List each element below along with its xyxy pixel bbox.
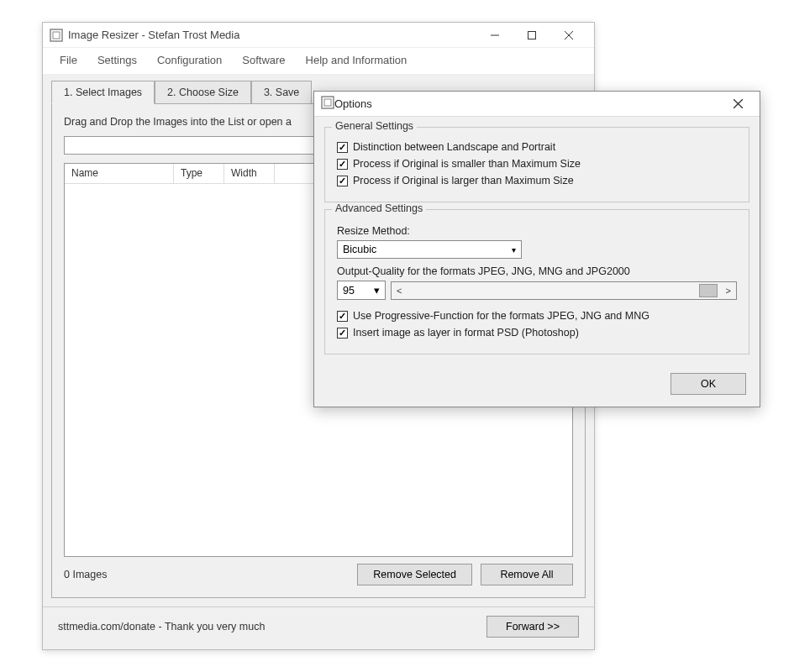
- menu-file[interactable]: File: [51, 51, 86, 69]
- options-title: Options: [334, 97, 723, 110]
- svg-rect-3: [528, 31, 536, 39]
- ok-button[interactable]: OK: [670, 373, 746, 395]
- close-button[interactable]: [550, 23, 587, 48]
- progressive-row[interactable]: Use Progressive-Function for the formats…: [337, 310, 737, 322]
- progressive-label: Use Progressive-Function for the formats…: [353, 310, 649, 322]
- general-settings-group: General Settings Distinction between Lan…: [324, 127, 749, 202]
- minimize-button[interactable]: [476, 23, 513, 48]
- quality-value: 95: [343, 285, 355, 297]
- col-width[interactable]: Width: [224, 164, 275, 183]
- tab-save[interactable]: 3. Save: [251, 81, 312, 104]
- remove-selected-button[interactable]: Remove Selected: [357, 564, 472, 585]
- options-body: General Settings Distinction between Lan…: [314, 117, 760, 366]
- menu-help[interactable]: Help and Information: [297, 51, 416, 69]
- remove-all-button[interactable]: Remove All: [481, 564, 573, 585]
- resize-method-value: Bicubic: [343, 244, 376, 255]
- titlebar: Image Resizer - Stefan Trost Media: [43, 23, 594, 48]
- options-footer: OK: [314, 366, 760, 407]
- app-icon: [321, 96, 334, 113]
- options-dialog: Options General Settings Distinction bet…: [313, 91, 760, 407]
- tab-choose-size[interactable]: 2. Choose Size: [155, 81, 251, 104]
- maximize-button[interactable]: [513, 23, 550, 48]
- smaller-row[interactable]: Process if Original is smaller than Maxi…: [337, 158, 737, 170]
- tab-select-images[interactable]: 1. Select Images: [51, 81, 155, 104]
- chevron-down-icon: ▾: [374, 284, 380, 297]
- svg-rect-0: [50, 29, 62, 41]
- options-titlebar: Options: [314, 92, 760, 117]
- distinction-label: Distinction between Landscape and Portra…: [353, 141, 555, 153]
- psd-checkbox[interactable]: [337, 328, 348, 339]
- image-count: 0 Images: [64, 569, 349, 580]
- psd-row[interactable]: Insert image as layer in format PSD (Pho…: [337, 327, 737, 339]
- resize-method-label: Resize Method:: [337, 225, 737, 237]
- progressive-checkbox[interactable]: [337, 311, 348, 322]
- larger-row[interactable]: Process if Original is larger than Maxim…: [337, 175, 737, 186]
- window-controls: [476, 23, 587, 48]
- menubar: File Settings Configuration Software Hel…: [43, 48, 594, 75]
- svg-rect-1: [53, 32, 60, 39]
- svg-rect-7: [324, 99, 331, 106]
- quality-spinner[interactable]: 95 ▾: [337, 281, 386, 300]
- advanced-settings-legend: Advanced Settings: [332, 202, 426, 214]
- general-settings-legend: General Settings: [332, 120, 417, 132]
- slider-thumb[interactable]: [699, 284, 718, 297]
- arrow-right-icon[interactable]: >: [726, 286, 731, 296]
- menu-software[interactable]: Software: [234, 51, 293, 69]
- smaller-label: Process if Original is smaller than Maxi…: [353, 158, 581, 170]
- col-type[interactable]: Type: [174, 164, 224, 183]
- donate-text: sttmedia.com/donate - Thank you very muc…: [58, 621, 486, 633]
- distinction-row[interactable]: Distinction between Landscape and Portra…: [337, 141, 737, 153]
- svg-rect-6: [322, 97, 334, 108]
- larger-checkbox[interactable]: [337, 176, 348, 186]
- advanced-settings-group: Advanced Settings Resize Method: Bicubic…: [324, 209, 749, 354]
- options-close-button[interactable]: [723, 93, 753, 115]
- col-name[interactable]: Name: [65, 164, 174, 183]
- resize-method-select[interactable]: Bicubic ▾: [337, 240, 522, 259]
- smaller-checkbox[interactable]: [337, 159, 348, 170]
- psd-label: Insert image as layer in format PSD (Pho…: [353, 327, 579, 339]
- quality-label: Output-Quality for the formats JPEG, JNG…: [337, 265, 737, 277]
- bottom-bar: sttmedia.com/donate - Thank you very muc…: [43, 606, 594, 649]
- list-footer: 0 Images Remove Selected Remove All: [64, 564, 573, 585]
- menu-settings[interactable]: Settings: [89, 51, 145, 69]
- app-icon: [50, 29, 63, 42]
- quality-slider[interactable]: < >: [391, 281, 737, 300]
- arrow-left-icon[interactable]: <: [397, 286, 402, 296]
- chevron-down-icon: ▾: [512, 245, 516, 255]
- window-title: Image Resizer - Stefan Trost Media: [68, 29, 476, 41]
- larger-label: Process if Original is larger than Maxim…: [353, 175, 574, 186]
- menu-configuration[interactable]: Configuration: [149, 51, 230, 69]
- distinction-checkbox[interactable]: [337, 142, 348, 153]
- forward-button[interactable]: Forward >>: [486, 616, 579, 638]
